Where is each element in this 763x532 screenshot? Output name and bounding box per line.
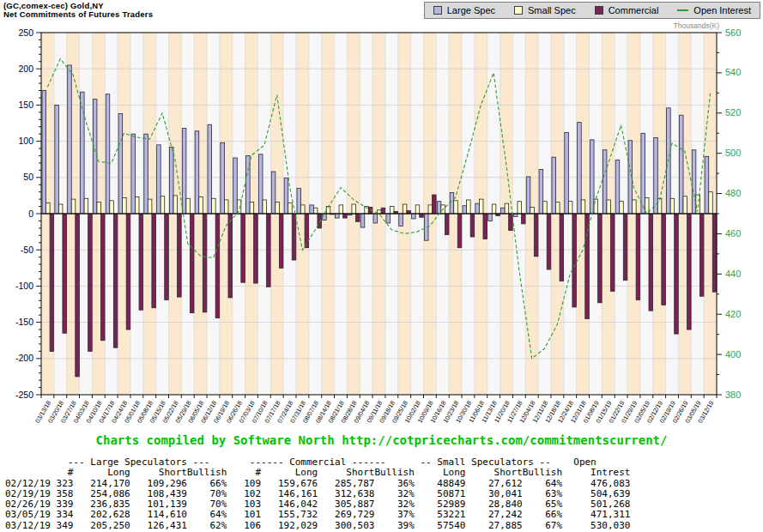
large-spec-bar <box>641 133 645 214</box>
svg-text:400: 400 <box>725 349 741 360</box>
commercial-bar <box>547 214 551 269</box>
commercial-bar <box>215 214 220 318</box>
svg-text:250: 250 <box>18 27 33 38</box>
small-spec-bar <box>492 204 496 214</box>
commercial-bar <box>712 214 717 292</box>
small-spec-bar <box>403 204 407 214</box>
svg-text:380: 380 <box>725 390 741 400</box>
small-spec-bar <box>594 199 598 214</box>
legend-label: Open Interest <box>693 5 751 15</box>
commercial-bar <box>178 214 182 297</box>
legend-label: Commercial <box>609 5 659 15</box>
commercial-bar <box>649 214 653 311</box>
credit-url[interactable]: http://cotpricecharts.com/commitmentscur… <box>342 433 667 447</box>
svg-text:0: 0 <box>28 209 33 219</box>
commercial-bar <box>203 214 207 312</box>
svg-text:480: 480 <box>725 188 741 198</box>
commercial-bar <box>457 214 462 248</box>
large-spec-bar <box>463 206 467 214</box>
commercial-bar <box>100 214 105 341</box>
small-spec-bar <box>58 204 63 214</box>
large-spec-bar <box>373 214 378 223</box>
credit-text: Charts compiled by Software North <box>96 433 335 447</box>
commercial-bar <box>483 214 487 239</box>
commercial-bar <box>623 214 627 281</box>
commercial-bar <box>420 214 424 217</box>
large-spec-bar <box>271 172 276 214</box>
small-spec-swatch-icon <box>514 6 523 15</box>
small-spec-bar <box>352 204 356 214</box>
large-spec-bar <box>106 94 110 214</box>
large-spec-bar <box>258 154 263 214</box>
large-spec-bar <box>565 132 569 214</box>
large-spec-bar <box>157 145 161 214</box>
small-spec-bar <box>415 205 420 214</box>
large-spec-bar <box>539 170 543 214</box>
chart-legend: Large Spec Small Spec Commercial Open In… <box>424 2 760 19</box>
large-spec-bar <box>475 203 480 214</box>
large-spec-bar <box>437 202 441 214</box>
large-spec-bar <box>526 177 530 214</box>
small-spec-bar <box>84 198 88 214</box>
small-spec-bar <box>479 199 483 214</box>
large-spec-bar <box>399 214 403 226</box>
small-spec-bar <box>123 197 127 214</box>
large-spec-bar <box>169 147 173 214</box>
small-spec-bar <box>620 202 624 214</box>
commercial-swatch-icon <box>595 6 603 15</box>
small-spec-bar <box>518 202 522 214</box>
large-spec-bar <box>578 123 582 214</box>
legend-item-open-interest: Open Interest <box>677 5 751 15</box>
commercial-bar <box>687 214 692 329</box>
svg-text:-250: -250 <box>15 390 33 400</box>
large-spec-bar <box>679 115 683 214</box>
open-interest-line-icon <box>677 9 688 11</box>
large-spec-bar <box>386 214 391 223</box>
left-axis-labels: -250-200-150-100-50050100150200250 <box>15 27 33 400</box>
svg-text:-100: -100 <box>15 281 33 291</box>
commercial-bar <box>139 214 143 310</box>
commercial-bar <box>636 214 640 299</box>
large-spec-bar <box>412 214 416 219</box>
large-spec-bar <box>144 134 148 214</box>
svg-text:460: 460 <box>725 228 741 239</box>
svg-text:520: 520 <box>725 107 741 118</box>
small-spec-bar <box>110 201 114 214</box>
commercial-bar <box>509 214 513 230</box>
small-spec-bar <box>556 202 560 214</box>
cot-data-table: --- Large Speculators --- ------ Commerc… <box>5 457 630 531</box>
legend-label: Large Spec <box>447 5 495 15</box>
svg-text:100: 100 <box>18 136 33 146</box>
small-spec-bar <box>263 200 267 214</box>
commercial-bar <box>126 214 130 329</box>
large-spec-bar <box>336 214 340 218</box>
large-spec-bar <box>297 188 301 214</box>
commercial-bar <box>88 214 93 351</box>
small-spec-bar <box>46 203 51 214</box>
small-spec-bar <box>709 192 713 214</box>
svg-text:540: 540 <box>725 67 741 77</box>
chart-subtitle: Net Commitments of Futures Traders <box>3 10 153 19</box>
large-spec-bar <box>501 208 506 214</box>
commercial-bar <box>113 214 118 348</box>
commercial-bar <box>165 214 169 299</box>
right-axis-labels: 560540520500480460440420400380 <box>725 27 741 400</box>
large-spec-bar <box>118 114 123 214</box>
commercial-bar <box>50 214 54 351</box>
legend-item-commercial: Commercial <box>595 5 659 15</box>
svg-text:200: 200 <box>18 63 33 74</box>
small-spec-bar <box>135 197 139 214</box>
svg-text:-200: -200 <box>15 353 33 363</box>
large-spec-bar <box>615 160 620 214</box>
commercial-bar <box>470 214 475 237</box>
large-spec-bar <box>42 91 46 214</box>
commercial-bar <box>292 214 296 260</box>
large-spec-bar <box>450 193 454 214</box>
small-spec-bar <box>683 196 687 214</box>
svg-text:150: 150 <box>18 100 33 110</box>
commercial-bar <box>433 195 437 214</box>
small-spec-bar <box>657 198 662 214</box>
svg-text:-50: -50 <box>21 245 33 255</box>
small-spec-bar <box>148 199 152 214</box>
x-axis-date-labels: 03/13/1803/20/1803/27/1804/03/1804/10/18… <box>33 400 715 425</box>
